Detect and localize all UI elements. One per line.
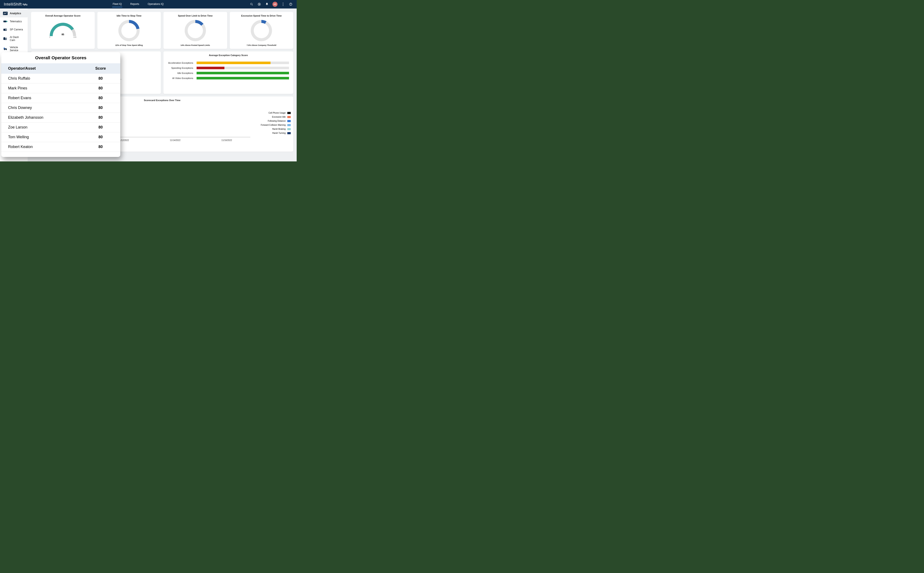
legend-swatch [287, 124, 291, 126]
table-row[interactable]: Elizabeth Johansson80 [1, 113, 120, 122]
exc-row: AI Video Exceptions [168, 77, 289, 80]
brand-icon: ⇆⇆ [22, 2, 27, 6]
camera-icon [3, 28, 8, 31]
play-icon[interactable] [257, 2, 261, 6]
svg-point-4 [283, 3, 284, 3]
operator-name: Mark Pines [1, 83, 81, 93]
th-score: Score [81, 63, 120, 74]
exc-row: Idle Exceptions [168, 72, 289, 74]
exc-row: Speeding Exceptions [168, 67, 289, 69]
gauge-chart: 85 0100 [48, 21, 78, 38]
sidebar-item-telematics[interactable]: Telematics [0, 17, 28, 25]
svg-rect-14 [4, 37, 5, 38]
sidebar-item-sp-camera[interactable]: SP Camera [0, 25, 28, 34]
help-icon[interactable] [289, 2, 293, 6]
svg-point-19 [4, 48, 5, 49]
card-caption: 14% Above Posted Speed Limits [180, 44, 210, 46]
svg-point-11 [6, 21, 8, 22]
sidebar-item-label: Analytics [10, 12, 21, 15]
card-title: Average Exception Category Score [209, 54, 248, 56]
operator-score: 80 [81, 103, 120, 113]
vehicle-service-icon [3, 47, 8, 51]
operator-name: Chris Downey [1, 103, 81, 113]
card-caption: 7.9% Above Company Threshold [246, 44, 276, 46]
card-caption: 22% of Stop Time Spent Idling [115, 44, 143, 46]
kebab-icon[interactable] [281, 2, 285, 6]
table-row[interactable]: Chris Downey80 [1, 103, 120, 113]
kpi-donut-idle: Idle Time to Stop Time 22% of Stop Time … [97, 12, 161, 49]
telematics-icon [3, 20, 8, 23]
operator-score: 80 [81, 132, 120, 142]
table-row[interactable]: Robert Keaton80 [1, 142, 120, 152]
table-row[interactable]: Tom Welling80 [1, 132, 120, 142]
search-icon[interactable] [249, 2, 254, 6]
sidebar-item-label: Vehicle Service [10, 46, 25, 52]
svg-marker-3 [259, 4, 260, 5]
brand-name: IntelliShift [4, 2, 22, 6]
operator-scores-popup: Overall Operator Scores Operator/Asset S… [1, 52, 120, 157]
operator-table: Operator/Asset Score Chris Ruffalo80Mark… [1, 63, 120, 152]
nav-operations-iq[interactable]: Operations IQ [147, 1, 164, 7]
operator-score: 80 [81, 83, 120, 93]
legend: Cell Phone Usage Excessive Idle Followin… [254, 103, 291, 141]
kpi-gauge-card: Overall Average Operator Score 85 0100 [31, 12, 95, 49]
top-nav: Fleet IQ Reports Operations IQ [31, 1, 245, 7]
brand-logo: IntelliShift ⇆⇆ [4, 2, 27, 6]
svg-point-18 [6, 49, 6, 50]
table-row[interactable]: Mark Pines80 [1, 83, 120, 93]
th-operator: Operator/Asset [1, 63, 81, 74]
donut-chart [251, 20, 272, 41]
operator-score: 80 [81, 142, 120, 152]
card-title: Speed Over Limit to Drive Time [178, 14, 212, 17]
operator-name: Robert Keaton [1, 142, 81, 152]
kpi-donut-speed-limit: Speed Over Limit to Drive Time 14% Above… [163, 12, 227, 49]
sidebar-item-label: AI Dash Cam [10, 36, 25, 42]
legend-swatch [287, 116, 291, 118]
sidebar-item-ai-dash-cam[interactable]: AI Dash Cam [0, 34, 28, 44]
nav-fleet-iq[interactable]: Fleet IQ [112, 1, 122, 7]
app-window: IntelliShift ⇆⇆ Fleet IQ Reports Operati… [0, 0, 296, 161]
kpi-donut-excessive: Excessive Speed Time to Drive Time 7.9% … [230, 12, 293, 49]
exc-list: Acceleration Exceptions Speeding Excepti… [166, 58, 291, 83]
gauge-value: 85 [48, 33, 78, 36]
card-title: Idle Time to Stop Time [117, 14, 141, 17]
analytics-icon [3, 11, 8, 15]
donut-chart [185, 20, 206, 41]
table-row[interactable]: Robert Evans80 [1, 93, 120, 103]
operator-name: Tom Welling [1, 132, 81, 142]
donut-chart [118, 20, 140, 41]
svg-point-6 [283, 5, 284, 6]
operator-name: Elizabeth Johansson [1, 113, 81, 122]
legend-swatch [287, 128, 291, 130]
operator-name: Chris Ruffalo [1, 74, 81, 83]
sidebar-item-analytics[interactable]: Analytics [0, 9, 28, 17]
operator-score: 80 [81, 113, 120, 122]
svg-rect-10 [3, 20, 6, 22]
exc-row: Acceleration Exceptions [168, 62, 289, 64]
svg-point-13 [6, 29, 6, 30]
sidebar-item-label: SP Camera [10, 28, 23, 31]
svg-point-0 [251, 3, 252, 5]
legend-swatch [287, 132, 291, 134]
bell-icon[interactable] [265, 2, 269, 6]
operator-name: Zoe Larson [1, 122, 81, 132]
sidebar-item-label: Telematics [10, 20, 22, 23]
card-title: Scorecard Exceptions Over Time [144, 99, 180, 102]
topbar: IntelliShift ⇆⇆ Fleet IQ Reports Operati… [0, 0, 296, 8]
operator-score: 80 [81, 93, 120, 103]
exc-category-card: Average Exception Category Score Acceler… [163, 52, 293, 94]
legend-swatch [287, 112, 291, 114]
avatar[interactable]: AB [273, 2, 278, 7]
table-row[interactable]: Chris Ruffalo80 [1, 74, 120, 83]
nav-reports[interactable]: Reports [130, 1, 140, 7]
operator-name: Robert Evans [1, 93, 81, 103]
svg-line-1 [252, 5, 253, 6]
operator-score: 80 [81, 74, 120, 83]
svg-point-5 [283, 4, 284, 5]
top-actions: AB [249, 2, 293, 7]
svg-point-17 [4, 49, 5, 50]
dashcam-icon [3, 37, 8, 41]
legend-swatch [287, 120, 291, 122]
table-row[interactable]: Zoe Larson80 [1, 122, 120, 132]
operator-score: 80 [81, 122, 120, 132]
